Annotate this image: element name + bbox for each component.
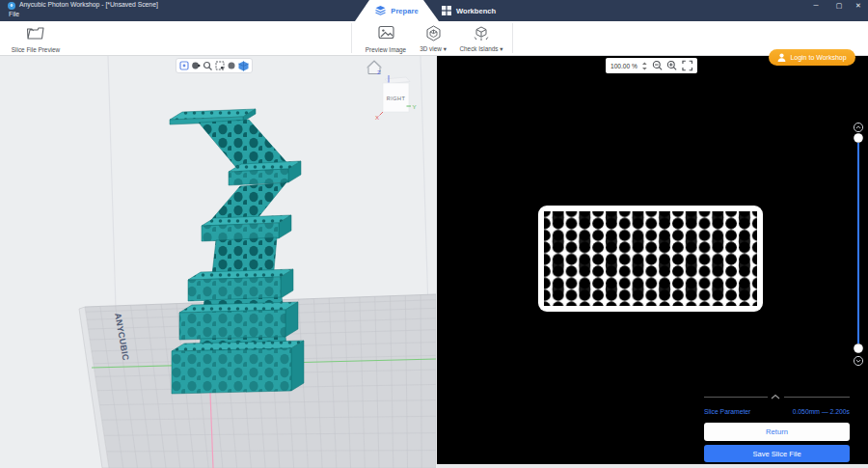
collapse-chevron-icon[interactable] — [769, 392, 782, 401]
user-icon — [777, 53, 786, 62]
slider-handle-bottom[interactable] — [854, 344, 863, 353]
zoom-value[interactable]: 100.00 % — [610, 63, 637, 69]
tab-workbench[interactable]: Workbench — [442, 0, 529, 21]
save-slice-file-button[interactable]: Save Slice File — [704, 445, 850, 462]
login-workshop-label: Login to Workshop — [790, 54, 846, 61]
orbit-icon[interactable] — [191, 61, 201, 70]
slice-parameter-label[interactable]: Slice Parameter — [704, 408, 750, 415]
zoom-view-icon[interactable] — [203, 61, 213, 70]
slider-handle-top[interactable] — [854, 133, 863, 143]
prepare-layers-icon — [375, 6, 386, 15]
zoom-out-icon[interactable] — [652, 60, 663, 71]
slice-file-preview-label: Slice File Preview — [12, 46, 60, 53]
folder-open-icon — [26, 25, 45, 41]
preview-image-button[interactable]: Preview Image — [359, 23, 413, 54]
slice-preview-panel: 100.00 % — [437, 56, 868, 468]
layer-slider — [849, 118, 868, 371]
axis-z-label: Z — [377, 69, 381, 75]
toolbar-separator — [351, 23, 352, 53]
dropdown-caret-icon: ▾ — [444, 45, 447, 52]
zoom-in-icon[interactable] — [666, 60, 677, 71]
zoom-bar: 100.00 % — [606, 58, 697, 73]
3d-view-dropdown[interactable]: 3D view ▾ — [413, 23, 453, 54]
fit-screen-icon[interactable] — [682, 60, 692, 71]
island-cube-icon — [473, 25, 490, 41]
menu-file[interactable]: File — [9, 11, 19, 17]
panel-divider — [704, 397, 768, 398]
shading-icon[interactable] — [227, 61, 236, 70]
minimize-button[interactable]: ─ — [808, 0, 824, 11]
model-3d[interactable] — [170, 109, 304, 394]
rotate-view-icon[interactable] — [179, 61, 189, 70]
axis-x-line — [380, 112, 384, 116]
layer-step-down-button[interactable] — [854, 356, 862, 365]
view-cube[interactable]: RIGHT Z Y X — [375, 69, 417, 121]
app-window: Anycubic Photon Workshop - [*Unsaved Sce… — [0, 0, 868, 468]
view-cube-face-label: RIGHT — [387, 96, 406, 101]
slice-parameter-row: Slice Parameter 0.050mm — 2.200s — [704, 408, 850, 415]
3d-view-label: 3D view ▾ — [420, 45, 447, 53]
toolbar: Slice File Preview Preview Image 3D view… — [0, 21, 868, 56]
check-islands-dropdown[interactable]: Check Islands ▾ — [453, 23, 509, 54]
slice-layer-image — [538, 206, 763, 312]
slice-parameter-value: 0.050mm — 2.200s — [793, 408, 850, 415]
return-button[interactable]: Return — [704, 423, 850, 441]
wall-corner-right — [420, 56, 428, 309]
preview-image-label: Preview Image — [366, 46, 406, 53]
close-button[interactable]: ✕ — [851, 0, 866, 11]
window-title: Anycubic Photon Workshop - [*Unsaved Sce… — [19, 1, 158, 8]
tab-prepare[interactable]: Prepare — [355, 0, 439, 21]
view-tools-bar — [176, 58, 253, 73]
slice-file-preview-button[interactable]: Slice File Preview — [6, 23, 66, 54]
tab-workbench-label: Workbench — [456, 7, 496, 15]
maximize-button[interactable]: ▢ — [831, 0, 847, 11]
viewport-3d[interactable]: ANYCUBIC RIGHT Z Y X — [0, 56, 437, 468]
panel-divider — [784, 397, 850, 398]
tab-prepare-label: Prepare — [391, 7, 418, 15]
app-logo-icon — [8, 2, 15, 10]
image-icon — [378, 25, 394, 40]
check-islands-label: Check Islands ▾ — [459, 45, 502, 53]
wall-corner-left — [108, 56, 116, 309]
login-workshop-button[interactable]: Login to Workshop — [769, 49, 855, 66]
toolbar-separator — [512, 23, 513, 53]
scene-canvas: ANYCUBIC RIGHT Z Y X — [0, 56, 437, 468]
hexagon-cube-icon — [425, 25, 442, 41]
dropdown-caret-icon: ▾ — [500, 45, 502, 52]
layer-step-up-button[interactable] — [854, 123, 862, 131]
axis-x-label: X — [375, 114, 379, 121]
zoom-spinner[interactable] — [641, 61, 648, 71]
workbench-grid-icon — [442, 6, 451, 15]
model-view-icon[interactable] — [238, 61, 249, 71]
frame-select-icon[interactable] — [215, 61, 225, 70]
axis-y-label: Y — [413, 103, 417, 110]
title-bar: Anycubic Photon Workshop - [*Unsaved Sce… — [0, 0, 868, 21]
window-bottom-edge — [437, 464, 868, 468]
